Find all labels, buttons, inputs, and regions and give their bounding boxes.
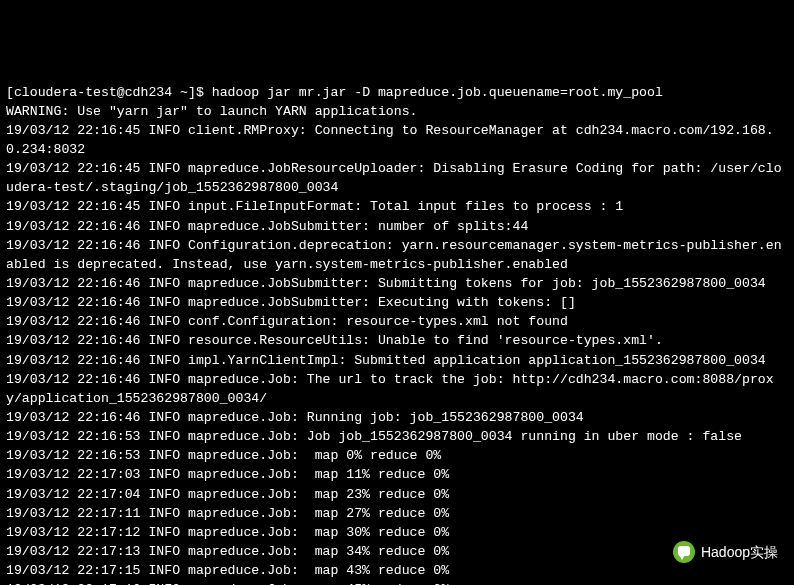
log-line: 19/03/12 22:16:46 INFO Configuration.dep… <box>6 236 788 274</box>
log-line: 19/03/12 22:17:13 INFO mapreduce.Job: ma… <box>6 542 788 561</box>
terminal-output: [cloudera-test@cdh234 ~]$ hadoop jar mr.… <box>6 83 788 585</box>
log-line: 19/03/12 22:16:46 INFO mapreduce.JobSubm… <box>6 274 788 293</box>
log-line: 19/03/12 22:17:16 INFO mapreduce.Job: ma… <box>6 580 788 585</box>
watermark-text: Hadoop实操 <box>701 542 778 562</box>
log-line: 19/03/12 22:16:46 INFO mapreduce.Job: Th… <box>6 370 788 408</box>
wechat-icon <box>673 541 695 563</box>
log-line: 19/03/12 22:17:12 INFO mapreduce.Job: ma… <box>6 523 788 542</box>
log-line: 19/03/12 22:17:11 INFO mapreduce.Job: ma… <box>6 504 788 523</box>
log-line: 19/03/12 22:16:46 INFO mapreduce.JobSubm… <box>6 217 788 236</box>
log-line: WARNING: Use "yarn jar" to launch YARN a… <box>6 102 788 121</box>
log-line: 19/03/12 22:16:46 INFO impl.YarnClientIm… <box>6 351 788 370</box>
log-line: 19/03/12 22:16:46 INFO mapreduce.JobSubm… <box>6 293 788 312</box>
shell-prompt: [cloudera-test@cdh234 ~]$ <box>6 85 212 100</box>
log-line: 19/03/12 22:16:46 INFO conf.Configuratio… <box>6 312 788 331</box>
log-line: 19/03/12 22:16:45 INFO client.RMProxy: C… <box>6 121 788 159</box>
command-text: hadoop jar mr.jar -D mapreduce.job.queue… <box>212 85 663 100</box>
log-line: 19/03/12 22:16:53 INFO mapreduce.Job: Jo… <box>6 427 788 446</box>
log-line: 19/03/12 22:16:45 INFO input.FileInputFo… <box>6 197 788 216</box>
log-line: 19/03/12 22:16:46 INFO mapreduce.Job: Ru… <box>6 408 788 427</box>
log-line: 19/03/12 22:16:45 INFO mapreduce.JobReso… <box>6 159 788 197</box>
log-line: 19/03/12 22:16:46 INFO resource.Resource… <box>6 331 788 350</box>
log-line: 19/03/12 22:16:53 INFO mapreduce.Job: ma… <box>6 446 788 465</box>
log-line: 19/03/12 22:17:04 INFO mapreduce.Job: ma… <box>6 485 788 504</box>
command-line: [cloudera-test@cdh234 ~]$ hadoop jar mr.… <box>6 83 788 102</box>
log-line: 19/03/12 22:17:03 INFO mapreduce.Job: ma… <box>6 465 788 484</box>
watermark: Hadoop实操 <box>673 541 778 563</box>
log-line: 19/03/12 22:17:15 INFO mapreduce.Job: ma… <box>6 561 788 580</box>
